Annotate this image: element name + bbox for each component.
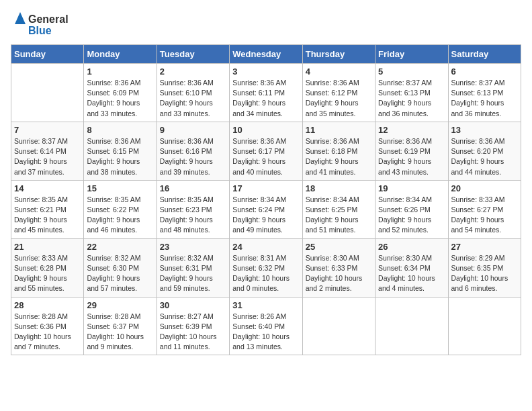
day-number: 3 <box>232 66 299 77</box>
day-number: 29 <box>87 300 153 310</box>
day-number: 25 <box>306 242 372 252</box>
calendar-cell: 13Sunrise: 8:36 AM Sunset: 6:20 PM Dayli… <box>448 122 521 180</box>
weekday-header-tuesday: Tuesday <box>157 45 229 64</box>
calendar-cell: 20Sunrise: 8:33 AM Sunset: 6:27 PM Dayli… <box>448 180 521 238</box>
day-info: Sunrise: 8:37 AM Sunset: 6:14 PM Dayligh… <box>14 136 81 177</box>
calendar-week-row: 1Sunrise: 8:36 AM Sunset: 6:09 PM Daylig… <box>11 64 521 122</box>
calendar-cell: 31Sunrise: 8:26 AM Sunset: 6:40 PM Dayli… <box>230 297 302 355</box>
calendar-cell <box>375 297 448 355</box>
day-number: 4 <box>306 66 372 77</box>
day-info: Sunrise: 8:35 AM Sunset: 6:22 PM Dayligh… <box>87 195 153 236</box>
day-info: Sunrise: 8:36 AM Sunset: 6:17 PM Dayligh… <box>232 136 299 177</box>
day-number: 20 <box>451 183 518 193</box>
svg-text:Blue: Blue <box>28 25 52 36</box>
day-number: 22 <box>87 242 153 252</box>
day-info: Sunrise: 8:28 AM Sunset: 6:36 PM Dayligh… <box>14 312 81 353</box>
calendar-cell: 11Sunrise: 8:36 AM Sunset: 6:18 PM Dayli… <box>302 122 375 180</box>
calendar-cell: 28Sunrise: 8:28 AM Sunset: 6:36 PM Dayli… <box>11 297 84 355</box>
calendar-cell: 1Sunrise: 8:36 AM Sunset: 6:09 PM Daylig… <box>84 64 157 122</box>
weekday-header-friday: Friday <box>375 45 448 64</box>
day-info: Sunrise: 8:27 AM Sunset: 6:39 PM Dayligh… <box>160 312 226 353</box>
calendar-cell: 5Sunrise: 8:37 AM Sunset: 6:13 PM Daylig… <box>375 64 448 122</box>
day-info: Sunrise: 8:36 AM Sunset: 6:11 PM Dayligh… <box>232 78 299 119</box>
day-number: 14 <box>14 183 81 193</box>
calendar-cell: 12Sunrise: 8:36 AM Sunset: 6:19 PM Dayli… <box>375 122 448 180</box>
day-number: 30 <box>160 300 226 310</box>
calendar-cell <box>302 297 375 355</box>
day-number: 1 <box>87 66 153 77</box>
day-info: Sunrise: 8:32 AM Sunset: 6:31 PM Dayligh… <box>160 253 226 294</box>
day-info: Sunrise: 8:34 AM Sunset: 6:24 PM Dayligh… <box>232 195 299 236</box>
day-number: 31 <box>232 300 299 310</box>
day-number: 23 <box>160 242 226 252</box>
day-info: Sunrise: 8:37 AM Sunset: 6:13 PM Dayligh… <box>451 78 518 119</box>
day-number: 24 <box>232 242 299 252</box>
day-number: 9 <box>160 125 226 135</box>
calendar-week-row: 21Sunrise: 8:33 AM Sunset: 6:28 PM Dayli… <box>11 238 521 297</box>
day-info: Sunrise: 8:32 AM Sunset: 6:30 PM Dayligh… <box>87 253 153 294</box>
day-info: Sunrise: 8:31 AM Sunset: 6:32 PM Dayligh… <box>232 253 299 294</box>
day-number: 15 <box>87 183 153 193</box>
calendar-cell: 7Sunrise: 8:37 AM Sunset: 6:14 PM Daylig… <box>11 122 84 180</box>
calendar-cell: 18Sunrise: 8:34 AM Sunset: 6:25 PM Dayli… <box>302 180 375 238</box>
calendar-cell: 3Sunrise: 8:36 AM Sunset: 6:11 PM Daylig… <box>230 64 302 122</box>
day-number: 8 <box>87 125 153 135</box>
day-number: 17 <box>232 183 299 193</box>
day-info: Sunrise: 8:26 AM Sunset: 6:40 PM Dayligh… <box>232 312 299 353</box>
weekday-header-thursday: Thursday <box>302 45 375 64</box>
calendar-week-row: 14Sunrise: 8:35 AM Sunset: 6:21 PM Dayli… <box>11 180 521 238</box>
calendar-cell: 9Sunrise: 8:36 AM Sunset: 6:16 PM Daylig… <box>157 122 229 180</box>
day-number: 11 <box>306 125 372 135</box>
day-info: Sunrise: 8:29 AM Sunset: 6:35 PM Dayligh… <box>451 253 518 294</box>
logo-svg: GeneralBlue <box>11 11 71 38</box>
calendar-cell: 8Sunrise: 8:36 AM Sunset: 6:15 PM Daylig… <box>84 122 157 180</box>
calendar-cell <box>448 297 521 355</box>
day-number: 2 <box>160 66 226 77</box>
day-number: 13 <box>451 125 518 135</box>
day-info: Sunrise: 8:35 AM Sunset: 6:23 PM Dayligh… <box>160 195 226 236</box>
day-number: 10 <box>232 125 299 135</box>
calendar-cell: 15Sunrise: 8:35 AM Sunset: 6:22 PM Dayli… <box>84 180 157 238</box>
day-number: 28 <box>14 300 81 310</box>
weekday-header-monday: Monday <box>84 45 157 64</box>
day-info: Sunrise: 8:35 AM Sunset: 6:21 PM Dayligh… <box>14 195 81 236</box>
weekday-header-sunday: Sunday <box>11 45 84 64</box>
day-info: Sunrise: 8:30 AM Sunset: 6:33 PM Dayligh… <box>306 253 372 294</box>
day-info: Sunrise: 8:36 AM Sunset: 6:20 PM Dayligh… <box>451 136 518 177</box>
calendar-cell: 25Sunrise: 8:30 AM Sunset: 6:33 PM Dayli… <box>302 238 375 297</box>
day-info: Sunrise: 8:36 AM Sunset: 6:09 PM Dayligh… <box>87 78 153 119</box>
svg-marker-2 <box>15 12 26 24</box>
calendar-cell: 17Sunrise: 8:34 AM Sunset: 6:24 PM Dayli… <box>230 180 302 238</box>
day-number: 21 <box>14 242 81 252</box>
day-info: Sunrise: 8:36 AM Sunset: 6:10 PM Dayligh… <box>160 78 226 119</box>
calendar-cell: 30Sunrise: 8:27 AM Sunset: 6:39 PM Dayli… <box>157 297 229 355</box>
calendar-cell: 24Sunrise: 8:31 AM Sunset: 6:32 PM Dayli… <box>230 238 302 297</box>
day-number: 26 <box>378 242 445 252</box>
day-info: Sunrise: 8:30 AM Sunset: 6:34 PM Dayligh… <box>378 253 445 294</box>
day-number: 7 <box>14 125 81 135</box>
day-info: Sunrise: 8:36 AM Sunset: 6:15 PM Dayligh… <box>87 136 153 177</box>
calendar-table: SundayMondayTuesdayWednesdayThursdayFrid… <box>11 44 521 355</box>
calendar-cell: 27Sunrise: 8:29 AM Sunset: 6:35 PM Dayli… <box>448 238 521 297</box>
calendar-cell: 4Sunrise: 8:36 AM Sunset: 6:12 PM Daylig… <box>302 64 375 122</box>
calendar-cell: 29Sunrise: 8:28 AM Sunset: 6:37 PM Dayli… <box>84 297 157 355</box>
calendar-cell: 19Sunrise: 8:34 AM Sunset: 6:26 PM Dayli… <box>375 180 448 238</box>
day-number: 5 <box>378 66 445 77</box>
day-info: Sunrise: 8:37 AM Sunset: 6:13 PM Dayligh… <box>378 78 445 119</box>
day-info: Sunrise: 8:34 AM Sunset: 6:26 PM Dayligh… <box>378 195 445 236</box>
calendar-cell: 21Sunrise: 8:33 AM Sunset: 6:28 PM Dayli… <box>11 238 84 297</box>
day-number: 27 <box>451 242 518 252</box>
day-number: 6 <box>451 66 518 77</box>
calendar-week-row: 7Sunrise: 8:37 AM Sunset: 6:14 PM Daylig… <box>11 122 521 180</box>
page-header: GeneralBlue <box>11 11 521 38</box>
logo: GeneralBlue <box>11 11 71 38</box>
day-number: 12 <box>378 125 445 135</box>
day-info: Sunrise: 8:28 AM Sunset: 6:37 PM Dayligh… <box>87 312 153 353</box>
day-number: 19 <box>378 183 445 193</box>
weekday-header-wednesday: Wednesday <box>230 45 302 64</box>
calendar-cell: 22Sunrise: 8:32 AM Sunset: 6:30 PM Dayli… <box>84 238 157 297</box>
calendar-cell: 16Sunrise: 8:35 AM Sunset: 6:23 PM Dayli… <box>157 180 229 238</box>
day-number: 16 <box>160 183 226 193</box>
calendar-cell: 6Sunrise: 8:37 AM Sunset: 6:13 PM Daylig… <box>448 64 521 122</box>
day-number: 18 <box>306 183 372 193</box>
